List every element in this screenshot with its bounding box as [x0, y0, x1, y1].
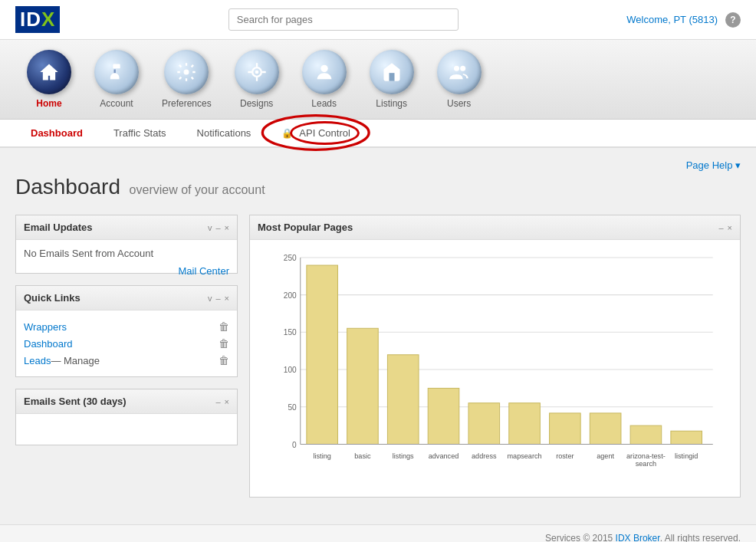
sub-nav: Dashboard Traffic Stats Notifications 🔒 …	[0, 120, 756, 148]
quick-links-header: Quick Links v – ×	[16, 286, 237, 310]
svg-point-5	[255, 71, 258, 74]
mail-center-link[interactable]: Mail Center	[179, 265, 229, 277]
svg-point-9	[460, 66, 465, 71]
search-input[interactable]	[228, 8, 459, 31]
svg-text:250: 250	[284, 254, 297, 262]
email-updates-body: No Emails Sent from Account Mail Center	[16, 240, 237, 273]
tab-notifications[interactable]: Notifications	[182, 120, 267, 148]
chart-header: Most Popular Pages – ×	[250, 215, 740, 240]
bar-chart-svg: 0 50 100 150 200 250 listing	[261, 248, 728, 485]
chart-controls: – ×	[718, 223, 732, 232]
bar-listingid	[671, 431, 702, 444]
bar-mapsearch	[509, 403, 541, 445]
nav-label-leads: Leads	[311, 98, 337, 109]
bar-address	[468, 403, 500, 445]
svg-rect-7	[389, 73, 394, 81]
home-ball	[27, 50, 71, 94]
tab-dashboard[interactable]: Dashboard	[15, 120, 98, 148]
svg-text:basic: basic	[354, 452, 371, 460]
api-control-label: API Control	[299, 127, 350, 139]
leads-manage-link[interactable]: Leads— Manage	[24, 355, 100, 366]
listings-ball	[370, 50, 414, 94]
page-title: Dashboard	[15, 175, 120, 199]
nav-item-preferences[interactable]: Preferences	[150, 46, 223, 113]
nav-item-account[interactable]: Account	[83, 46, 150, 113]
quick-links-widget: Quick Links v – × Wrappers 🗑 Da	[15, 285, 238, 377]
bar-listing	[307, 265, 338, 444]
content-area: Email Updates v – × No Emails Sent from …	[15, 215, 741, 498]
email-updates-header: Email Updates v – ×	[16, 215, 237, 240]
svg-point-8	[454, 66, 459, 71]
svg-text:0: 0	[292, 441, 297, 449]
wrappers-link[interactable]: Wrappers	[24, 321, 67, 333]
emails-sent-minimize[interactable]: –	[215, 397, 220, 406]
svg-text:listings: listings	[393, 452, 414, 460]
emails-sent-body	[16, 414, 237, 445]
emails-sent-controls: – ×	[215, 397, 229, 406]
email-updates-close[interactable]: ×	[225, 223, 229, 232]
quick-links-title: Quick Links	[24, 292, 81, 304]
logo: IDX	[15, 6, 60, 33]
leads-manage-delete-icon[interactable]: 🗑	[219, 354, 229, 366]
welcome-text[interactable]: Welcome, PT (5813)	[626, 14, 718, 25]
preferences-ball	[164, 50, 209, 94]
nav-item-designs[interactable]: Designs	[223, 46, 291, 113]
chart-container: 0 50 100 150 200 250 listing	[261, 248, 728, 485]
svg-rect-2	[114, 70, 116, 74]
svg-point-6	[320, 65, 327, 72]
svg-text:listingid: listingid	[675, 452, 698, 460]
nav-item-users[interactable]: Users	[426, 46, 493, 113]
quick-links-collapse[interactable]: v	[208, 294, 212, 303]
svg-text:50: 50	[288, 403, 297, 412]
dashboard-link[interactable]: Dashboard	[24, 338, 73, 350]
quick-links-minimize[interactable]: –	[215, 294, 220, 303]
nav-label-account: Account	[100, 98, 133, 109]
nav-item-leads[interactable]: Leads	[291, 46, 358, 113]
svg-point-3	[184, 70, 189, 75]
nav-label-preferences: Preferences	[162, 98, 212, 109]
svg-text:100: 100	[284, 366, 297, 374]
bar-agent	[590, 413, 621, 445]
wrappers-delete-icon[interactable]: 🗑	[219, 320, 229, 333]
list-item: Wrappers 🗑	[24, 318, 229, 335]
svg-text:listing: listing	[313, 452, 330, 460]
users-ball	[437, 50, 482, 94]
emails-sent-close[interactable]: ×	[225, 397, 229, 406]
dashboard-delete-icon[interactable]: 🗑	[219, 337, 229, 350]
email-updates-collapse[interactable]: v	[208, 223, 212, 232]
footer-link[interactable]: IDX Broker	[616, 533, 660, 542]
logo-box: IDX	[15, 6, 60, 33]
chart-close[interactable]: ×	[728, 223, 732, 232]
quick-links-close[interactable]: ×	[225, 294, 229, 303]
page-subtitle: overview of your account	[130, 183, 265, 196]
user-area: Welcome, PT (5813) ?	[626, 12, 741, 28]
page-help-link[interactable]: Page Help ▾	[686, 159, 741, 171]
svg-text:200: 200	[284, 291, 297, 300]
nav-item-home[interactable]: Home	[15, 46, 83, 113]
leads-ball	[302, 50, 347, 94]
email-updates-minimize[interactable]: –	[215, 223, 220, 232]
list-item: Leads— Manage 🗑	[24, 352, 229, 369]
tab-traffic-stats[interactable]: Traffic Stats	[98, 120, 182, 148]
svg-text:150: 150	[284, 328, 297, 337]
chart-widget: Most Popular Pages – ×	[249, 215, 741, 498]
nav-item-listings[interactable]: Listings	[358, 46, 426, 113]
nav-label-users: Users	[447, 98, 471, 109]
nav-label-designs: Designs	[240, 98, 273, 109]
svg-text:address: address	[472, 452, 497, 460]
designs-ball	[235, 50, 279, 94]
quick-links-list: Wrappers 🗑 Dashboard 🗑 Leads— Manage 🗑	[24, 318, 229, 369]
emails-sent-header: Emails Sent (30 days) – ×	[16, 389, 237, 414]
chart-minimize[interactable]: –	[718, 223, 723, 232]
help-icon[interactable]: ?	[725, 12, 741, 28]
svg-point-0	[48, 67, 51, 71]
svg-text:search: search	[636, 460, 656, 468]
tab-api-control[interactable]: 🔒 API Control	[266, 120, 365, 148]
svg-text:arizona-test-: arizona-test-	[626, 452, 666, 460]
nav-label-listings: Listings	[376, 98, 407, 109]
right-column: Most Popular Pages – ×	[249, 215, 741, 498]
nav-label-home: Home	[36, 98, 61, 109]
emails-sent-widget: Emails Sent (30 days) – ×	[15, 389, 238, 445]
footer-text: Services © 2015	[545, 533, 616, 542]
emails-sent-title: Emails Sent (30 days)	[24, 396, 127, 407]
